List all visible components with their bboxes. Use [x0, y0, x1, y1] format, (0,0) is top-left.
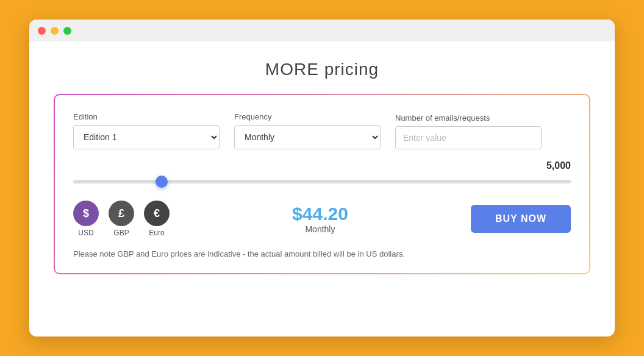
buy-now-button[interactable]: BUY NOW — [471, 205, 571, 233]
page-title: MORE pricing — [29, 60, 615, 79]
usd-label: USD — [78, 229, 93, 237]
currency-icons: $ USD £ GBP € Euro — [73, 201, 170, 237]
edition-group: Edition Edition 1 Edition 2 Edition 3 — [73, 112, 220, 149]
emails-input[interactable] — [395, 126, 542, 149]
emails-group: Number of emails/requests — [395, 113, 542, 149]
euro-label: Euro — [149, 229, 164, 237]
close-button[interactable] — [38, 27, 46, 35]
price-amount: $44.20 — [292, 204, 348, 224]
app-window: MORE pricing Edition Edition 1 Edition 2… — [29, 20, 615, 336]
minimize-button[interactable] — [51, 27, 59, 35]
price-section: $44.20 Monthly — [292, 204, 348, 234]
gbp-icon: £ — [109, 201, 134, 226]
slider-container: 5,000 — [73, 160, 571, 186]
frequency-group: Frequency Monthly Yearly — [234, 112, 381, 149]
maximize-button[interactable] — [63, 27, 71, 35]
euro-currency[interactable]: € Euro — [144, 201, 170, 237]
frequency-select[interactable]: Monthly Yearly — [234, 125, 381, 149]
disclaimer-text: Please note GBP and Euro prices are indi… — [73, 249, 571, 258]
bottom-row: $ USD £ GBP € Euro $44.20 Monthly — [73, 201, 571, 237]
emails-slider[interactable] — [73, 180, 571, 183]
euro-icon: € — [144, 201, 170, 226]
pricing-card-inner: Edition Edition 1 Edition 2 Edition 3 Fr… — [55, 95, 589, 273]
emails-label: Number of emails/requests — [395, 113, 542, 123]
price-frequency: Monthly — [292, 224, 348, 234]
usd-icon: $ — [73, 201, 99, 226]
gbp-label: GBP — [113, 229, 129, 237]
pricing-card: Edition Edition 1 Edition 2 Edition 3 Fr… — [54, 94, 590, 274]
edition-select[interactable]: Edition 1 Edition 2 Edition 3 — [73, 125, 220, 149]
edition-label: Edition — [73, 112, 220, 121]
usd-currency[interactable]: $ USD — [73, 201, 99, 237]
slider-value: 5,000 — [73, 160, 571, 171]
titlebar — [29, 20, 615, 41]
form-row: Edition Edition 1 Edition 2 Edition 3 Fr… — [73, 112, 571, 149]
frequency-label: Frequency — [234, 112, 381, 121]
gbp-currency[interactable]: £ GBP — [109, 201, 134, 237]
